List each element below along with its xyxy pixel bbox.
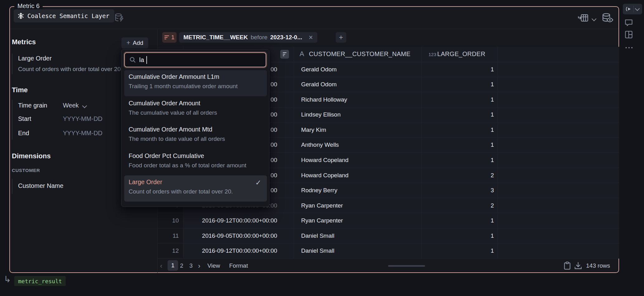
more-options-icon[interactable]: ••• xyxy=(625,45,634,50)
horizontal-scrollbar[interactable] xyxy=(388,265,425,267)
cell-customer-name: Anthony Wells xyxy=(294,141,421,148)
cell-customer-name: Gerald Odom xyxy=(294,66,421,73)
copy-icon[interactable] xyxy=(564,261,571,270)
metric-option-cumulative-order-amount-mtd[interactable]: Cumulative Order Amount MtdThe month to … xyxy=(124,123,267,149)
row-count: 143 rows xyxy=(586,262,610,269)
source-chip[interactable]: Coalesce Semantic Layer xyxy=(14,9,114,22)
dimensions-heading: Dimensions xyxy=(12,152,51,160)
text-type-icon: A xyxy=(300,50,304,58)
plus-icon: + xyxy=(126,39,130,46)
column-filter-button[interactable] xyxy=(280,50,289,59)
cell-large-order: 1 xyxy=(421,127,498,133)
row-number: 12 xyxy=(158,247,183,254)
remove-filter-icon[interactable]: × xyxy=(309,34,313,41)
metrics-heading: Metrics xyxy=(12,38,36,46)
filter-chip[interactable]: METRIC_TIME__WEEK before 2023-12-0... × xyxy=(179,32,317,43)
cell-large-order: 2 xyxy=(421,172,498,179)
cell-large-order: 2 xyxy=(421,202,498,209)
download-icon[interactable] xyxy=(574,262,582,270)
cell-title[interactable]: Metric 6 xyxy=(14,2,43,10)
run-button-divider xyxy=(633,6,634,12)
metric-option-title: Large Order xyxy=(129,179,263,186)
metric-search-dropdown: Cumulative Order Ammount L1mTrailing 1 m… xyxy=(121,49,269,207)
metric-option-description: Count of orders with order total over 20… xyxy=(129,188,263,195)
metric-search-box[interactable] xyxy=(124,52,266,67)
dimension-group-label: CUSTOMER xyxy=(12,168,40,173)
metric-option-title: Cumulative Order Amount xyxy=(129,100,263,107)
header-divider xyxy=(10,29,618,29)
end-date-input[interactable]: YYYY-MM-DD xyxy=(63,130,102,137)
run-icon xyxy=(626,7,632,12)
result-variable-chip[interactable]: metric_result xyxy=(14,276,66,286)
filter-icon xyxy=(164,36,169,39)
cell-customer-name: Gerald Odom xyxy=(294,81,421,88)
start-date-input[interactable]: YYYY-MM-DD xyxy=(63,115,102,122)
output-table-icon[interactable] xyxy=(578,14,589,22)
start-label: Start xyxy=(18,115,31,122)
time-grain-label: Time grain xyxy=(18,102,47,109)
metric-option-title: Cumulative Order Amount Mtd xyxy=(129,126,263,133)
add-metric-label: Add xyxy=(133,40,143,46)
cell-customer-name: Daniel Small xyxy=(294,247,421,254)
filter-count: 1 xyxy=(171,34,175,41)
layout-icon[interactable] xyxy=(625,31,633,39)
filter-operator: before xyxy=(251,34,268,41)
dimension-item[interactable]: Customer Name xyxy=(18,182,64,189)
column-filter-icon xyxy=(283,52,286,56)
end-label: End xyxy=(18,130,29,137)
cell-customer-name: Ryan Carpenter xyxy=(294,217,421,224)
filter-value: 2023-12-0... xyxy=(270,34,302,41)
metric-option-food-order-pct-cumulative[interactable]: Food Order Pct CumulativeFood order tota… xyxy=(124,149,267,175)
add-filter-button[interactable]: + xyxy=(336,32,346,43)
database-lightning-icon[interactable] xyxy=(114,12,125,23)
number-type-icon: 123 xyxy=(429,52,436,57)
metric-option-description: The month to date value of all orders xyxy=(129,136,263,142)
view-query-icon[interactable] xyxy=(602,13,613,22)
add-metric-button[interactable]: + Add xyxy=(121,37,148,49)
metric-option-cumulative-order-ammount-l1m[interactable]: Cumulative Order Ammount L1mTrailing 1 m… xyxy=(124,70,267,96)
time-heading: Time xyxy=(12,86,28,94)
cell-large-order: 1 xyxy=(421,141,498,148)
cell-customer-name: Daniel Small xyxy=(294,232,421,239)
column-header-customer-name[interactable]: CUSTOMER__CUSTOMER_NAME xyxy=(309,50,410,58)
metric-search-input[interactable] xyxy=(139,56,146,64)
cell-large-order: 3 xyxy=(421,187,498,194)
run-options-chevron-icon[interactable] xyxy=(635,6,640,11)
metric-option-description: Trailing 1 month cumulative order amount xyxy=(129,83,263,90)
table-row: 122016-09-12T00:00:00+00:00Daniel Small1 xyxy=(158,243,619,259)
row-number: 11 xyxy=(158,232,183,239)
cell-customer-name: Richard Holloway xyxy=(294,96,421,103)
filter-count-chip[interactable]: 1 xyxy=(162,32,177,43)
column-header-large-order[interactable]: LARGE_ORDER xyxy=(437,50,485,58)
selected-metric-description: Count of orders with order total over 20… xyxy=(18,66,122,73)
prev-page-button[interactable]: ‹ xyxy=(160,262,162,270)
cell-customer-name: Lindsey Ellison xyxy=(294,111,421,118)
cell-customer-name: Mary Kim xyxy=(294,127,421,133)
metric-option-description: The cumulative value of all orders xyxy=(129,109,263,116)
metric-option-large-order[interactable]: Large OrderCount of orders with order to… xyxy=(124,175,267,202)
time-indent-line xyxy=(12,100,12,140)
comment-icon[interactable] xyxy=(625,19,633,26)
return-arrow-icon: ↳ xyxy=(4,274,11,284)
cell-metric-time-week: 2016-09-05T00:00:00+00:00 xyxy=(183,232,294,239)
table-row: 102016-09-12T00:00:00+00:00Ryan Carpente… xyxy=(158,213,619,228)
metric-option-title: Cumulative Order Ammount L1m xyxy=(129,73,263,80)
selected-metric-name[interactable]: Large Order xyxy=(18,55,52,62)
cell-large-order: 1 xyxy=(421,157,498,164)
search-icon xyxy=(129,56,136,63)
format-tab[interactable]: Format xyxy=(229,262,248,269)
page-button-2[interactable]: 2 xyxy=(180,262,183,269)
cell-customer-name: Ryan Carpenter xyxy=(294,202,421,209)
run-cell-button[interactable] xyxy=(623,4,642,14)
output-chevron-icon[interactable] xyxy=(592,16,596,22)
cell-metric-time-week: 2016-09-12T00:00:00+00:00 xyxy=(183,247,294,254)
metric-option-cumulative-order-amount[interactable]: Cumulative Order AmountThe cumulative va… xyxy=(124,97,267,123)
cell-customer-name: Howard Copeland xyxy=(294,172,421,179)
view-tab[interactable]: View xyxy=(207,262,220,269)
snowflake-icon xyxy=(17,12,24,19)
page-button-3[interactable]: 3 xyxy=(189,262,193,269)
row-number: 10 xyxy=(158,217,183,224)
page-button-1[interactable]: 1 xyxy=(168,260,178,271)
time-grain-select[interactable]: Week xyxy=(63,102,79,109)
next-page-button[interactable]: › xyxy=(198,262,200,270)
